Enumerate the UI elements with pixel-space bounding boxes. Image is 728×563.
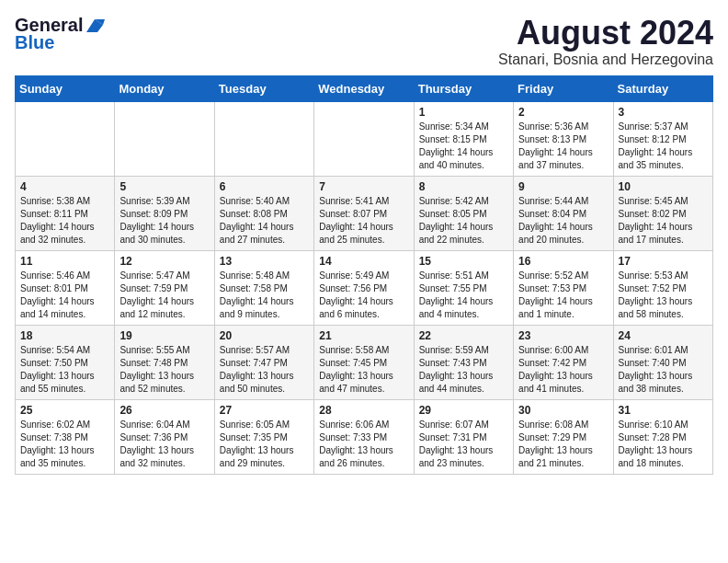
calendar-cell: 7Sunrise: 5:41 AM Sunset: 8:07 PM Daylig… xyxy=(314,176,414,250)
day-info: Sunrise: 6:08 AM Sunset: 7:29 PM Dayligh… xyxy=(518,419,608,470)
logo: General Blue xyxy=(15,15,105,53)
day-number: 12 xyxy=(119,255,209,268)
calendar-cell: 25Sunrise: 6:02 AM Sunset: 7:38 PM Dayli… xyxy=(16,399,115,474)
day-info: Sunrise: 6:10 AM Sunset: 7:28 PM Dayligh… xyxy=(619,419,708,470)
day-info: Sunrise: 5:48 AM Sunset: 7:58 PM Dayligh… xyxy=(220,270,309,321)
day-number: 25 xyxy=(20,404,109,417)
day-number: 16 xyxy=(518,255,608,268)
day-number: 15 xyxy=(419,255,508,268)
day-info: Sunrise: 5:55 AM Sunset: 7:48 PM Dayligh… xyxy=(119,344,209,396)
day-info: Sunrise: 5:42 AM Sunset: 8:05 PM Dayligh… xyxy=(419,195,508,247)
day-info: Sunrise: 6:00 AM Sunset: 7:42 PM Dayligh… xyxy=(518,344,608,396)
weekday-header-friday: Friday xyxy=(514,75,613,101)
day-number: 8 xyxy=(419,180,508,193)
day-number: 20 xyxy=(220,329,309,342)
day-info: Sunrise: 5:37 AM Sunset: 8:12 PM Dayligh… xyxy=(619,121,708,172)
day-number: 22 xyxy=(419,329,508,342)
logo-blue: Blue xyxy=(15,32,54,53)
day-number: 29 xyxy=(419,404,508,417)
day-number: 23 xyxy=(518,329,608,342)
calendar-week-5: 25Sunrise: 6:02 AM Sunset: 7:38 PM Dayli… xyxy=(16,399,713,474)
calendar-cell: 6Sunrise: 5:40 AM Sunset: 8:08 PM Daylig… xyxy=(214,176,313,250)
day-info: Sunrise: 6:04 AM Sunset: 7:36 PM Dayligh… xyxy=(119,419,209,470)
day-info: Sunrise: 5:34 AM Sunset: 8:15 PM Dayligh… xyxy=(419,121,508,172)
calendar-cell xyxy=(115,101,214,176)
day-number: 30 xyxy=(518,404,608,417)
day-number: 28 xyxy=(319,404,408,417)
day-info: Sunrise: 5:44 AM Sunset: 8:04 PM Dayligh… xyxy=(518,195,608,247)
calendar-week-2: 4Sunrise: 5:38 AM Sunset: 8:11 PM Daylig… xyxy=(16,176,713,250)
day-number: 31 xyxy=(619,404,708,417)
weekday-header-thursday: Thursday xyxy=(414,75,513,101)
day-info: Sunrise: 6:07 AM Sunset: 7:31 PM Dayligh… xyxy=(419,419,508,470)
weekday-header-tuesday: Tuesday xyxy=(214,75,313,101)
day-info: Sunrise: 5:54 AM Sunset: 7:50 PM Dayligh… xyxy=(20,344,109,396)
calendar-cell: 23Sunrise: 6:00 AM Sunset: 7:42 PM Dayli… xyxy=(514,325,613,399)
month-year: August 2024 xyxy=(498,15,713,52)
day-info: Sunrise: 5:39 AM Sunset: 8:09 PM Dayligh… xyxy=(119,195,209,247)
calendar-cell xyxy=(214,101,313,176)
calendar-cell: 21Sunrise: 5:58 AM Sunset: 7:45 PM Dayli… xyxy=(314,325,414,399)
weekday-header-saturday: Saturday xyxy=(613,75,712,101)
calendar-cell: 26Sunrise: 6:04 AM Sunset: 7:36 PM Dayli… xyxy=(115,399,214,474)
day-number: 10 xyxy=(619,180,708,193)
day-number: 6 xyxy=(220,180,309,193)
day-info: Sunrise: 5:40 AM Sunset: 8:08 PM Dayligh… xyxy=(220,195,309,247)
title-block: August 2024 Stanari, Bosnia and Herzegov… xyxy=(498,15,713,68)
day-info: Sunrise: 5:57 AM Sunset: 7:47 PM Dayligh… xyxy=(220,344,309,396)
day-number: 18 xyxy=(20,329,109,342)
weekday-header-row: SundayMondayTuesdayWednesdayThursdayFrid… xyxy=(16,75,713,101)
day-info: Sunrise: 5:53 AM Sunset: 7:52 PM Dayligh… xyxy=(619,270,708,321)
day-number: 24 xyxy=(619,329,708,342)
day-info: Sunrise: 6:05 AM Sunset: 7:35 PM Dayligh… xyxy=(220,419,309,470)
day-number: 27 xyxy=(220,404,309,417)
calendar-cell: 20Sunrise: 5:57 AM Sunset: 7:47 PM Dayli… xyxy=(214,325,313,399)
calendar-week-1: 1Sunrise: 5:34 AM Sunset: 8:15 PM Daylig… xyxy=(16,101,713,176)
day-number: 19 xyxy=(119,329,209,342)
day-info: Sunrise: 5:52 AM Sunset: 7:53 PM Dayligh… xyxy=(518,270,608,321)
day-info: Sunrise: 6:01 AM Sunset: 7:40 PM Dayligh… xyxy=(619,344,708,396)
calendar-cell: 19Sunrise: 5:55 AM Sunset: 7:48 PM Dayli… xyxy=(115,325,214,399)
calendar-cell: 11Sunrise: 5:46 AM Sunset: 8:01 PM Dayli… xyxy=(16,250,115,325)
day-number: 26 xyxy=(119,404,209,417)
day-info: Sunrise: 5:51 AM Sunset: 7:55 PM Dayligh… xyxy=(419,270,508,321)
calendar-cell: 17Sunrise: 5:53 AM Sunset: 7:52 PM Dayli… xyxy=(613,250,712,325)
calendar-cell: 31Sunrise: 6:10 AM Sunset: 7:28 PM Dayli… xyxy=(613,399,712,474)
day-number: 3 xyxy=(619,106,708,119)
calendar-week-3: 11Sunrise: 5:46 AM Sunset: 8:01 PM Dayli… xyxy=(16,250,713,325)
day-info: Sunrise: 6:06 AM Sunset: 7:33 PM Dayligh… xyxy=(319,419,408,470)
day-number: 21 xyxy=(319,329,408,342)
calendar-cell: 3Sunrise: 5:37 AM Sunset: 8:12 PM Daylig… xyxy=(613,101,712,176)
calendar-cell: 13Sunrise: 5:48 AM Sunset: 7:58 PM Dayli… xyxy=(214,250,313,325)
calendar-cell: 9Sunrise: 5:44 AM Sunset: 8:04 PM Daylig… xyxy=(514,176,613,250)
calendar-cell: 28Sunrise: 6:06 AM Sunset: 7:33 PM Dayli… xyxy=(314,399,414,474)
calendar-cell: 18Sunrise: 5:54 AM Sunset: 7:50 PM Dayli… xyxy=(16,325,115,399)
calendar-cell: 22Sunrise: 5:59 AM Sunset: 7:43 PM Dayli… xyxy=(414,325,513,399)
day-number: 14 xyxy=(319,255,408,268)
day-info: Sunrise: 5:46 AM Sunset: 8:01 PM Dayligh… xyxy=(20,270,109,321)
day-number: 9 xyxy=(518,180,608,193)
day-info: Sunrise: 5:38 AM Sunset: 8:11 PM Dayligh… xyxy=(20,195,109,247)
calendar-cell: 1Sunrise: 5:34 AM Sunset: 8:15 PM Daylig… xyxy=(414,101,513,176)
day-info: Sunrise: 5:41 AM Sunset: 8:07 PM Dayligh… xyxy=(319,195,408,247)
day-number: 2 xyxy=(518,106,608,119)
calendar-cell: 29Sunrise: 6:07 AM Sunset: 7:31 PM Dayli… xyxy=(414,399,513,474)
calendar-cell xyxy=(314,101,414,176)
logo-icon xyxy=(85,17,105,34)
calendar-week-4: 18Sunrise: 5:54 AM Sunset: 7:50 PM Dayli… xyxy=(16,325,713,399)
calendar-cell: 30Sunrise: 6:08 AM Sunset: 7:29 PM Dayli… xyxy=(514,399,613,474)
calendar-cell: 27Sunrise: 6:05 AM Sunset: 7:35 PM Dayli… xyxy=(214,399,313,474)
day-number: 4 xyxy=(20,180,109,193)
calendar-cell: 2Sunrise: 5:36 AM Sunset: 8:13 PM Daylig… xyxy=(514,101,613,176)
weekday-header-monday: Monday xyxy=(115,75,214,101)
day-info: Sunrise: 5:58 AM Sunset: 7:45 PM Dayligh… xyxy=(319,344,408,396)
calendar-cell: 4Sunrise: 5:38 AM Sunset: 8:11 PM Daylig… xyxy=(16,176,115,250)
day-info: Sunrise: 5:36 AM Sunset: 8:13 PM Dayligh… xyxy=(518,121,608,172)
calendar-cell: 10Sunrise: 5:45 AM Sunset: 8:02 PM Dayli… xyxy=(613,176,712,250)
day-info: Sunrise: 5:45 AM Sunset: 8:02 PM Dayligh… xyxy=(619,195,708,247)
day-number: 1 xyxy=(419,106,508,119)
calendar-cell xyxy=(16,101,115,176)
weekday-header-sunday: Sunday xyxy=(16,75,115,101)
day-number: 7 xyxy=(319,180,408,193)
day-number: 5 xyxy=(119,180,209,193)
